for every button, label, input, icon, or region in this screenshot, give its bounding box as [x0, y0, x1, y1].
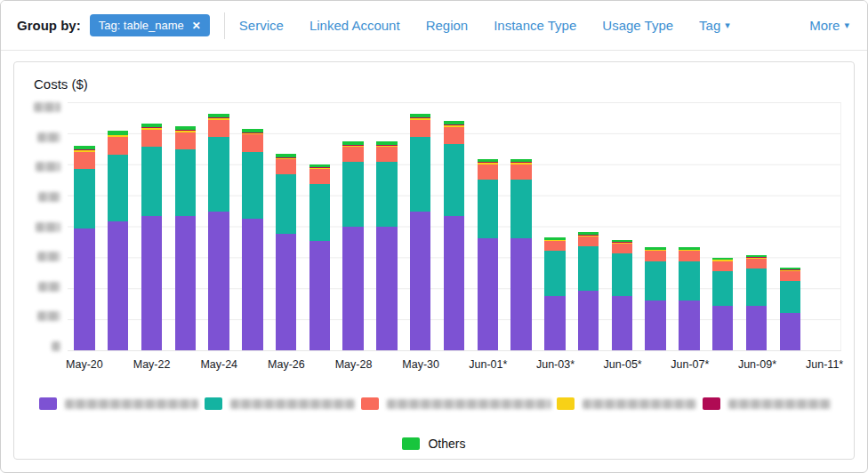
- stacked-bar[interactable]: [612, 102, 632, 350]
- others-label: Others: [428, 437, 465, 451]
- bar-May-29[interactable]: [370, 102, 404, 350]
- group-by-option-service[interactable]: Service: [239, 18, 284, 33]
- bar-May-23[interactable]: [168, 102, 202, 350]
- bar-segment: [410, 137, 430, 212]
- stacked-bar[interactable]: [342, 102, 363, 350]
- stacked-bar[interactable]: [510, 102, 531, 350]
- bar-segment: [679, 251, 699, 261]
- bar-segment: [612, 244, 632, 253]
- bar-segment: [780, 281, 800, 313]
- bar-Jun-03[interactable]: [538, 102, 572, 350]
- bar-Jun-04[interactable]: [572, 102, 606, 350]
- stacked-bar[interactable]: [578, 102, 599, 350]
- stacked-bar[interactable]: [208, 102, 229, 350]
- bar-segment: [510, 164, 531, 180]
- bar-Jun-07[interactable]: [672, 102, 706, 350]
- bar-May-26[interactable]: [269, 102, 303, 350]
- remove-tag-icon[interactable]: ✕: [192, 20, 201, 31]
- bar-Jun-11[interactable]: [807, 102, 840, 350]
- bar-segment: [645, 301, 665, 350]
- stacked-bar[interactable]: [679, 102, 699, 350]
- legend-others[interactable]: Others: [27, 437, 841, 451]
- x-axis-labels: May-20May-22May-24May-26May-28May-30Jun-…: [68, 358, 841, 373]
- stacked-bar[interactable]: [141, 102, 162, 350]
- stacked-bar[interactable]: [712, 102, 733, 350]
- stacked-bar[interactable]: [746, 102, 767, 350]
- bar-May-24[interactable]: [202, 102, 236, 350]
- bar-segment: [342, 147, 363, 162]
- bar-May-30[interactable]: [404, 102, 438, 350]
- bar-Jun-08[interactable]: [706, 102, 740, 350]
- bar-May-31[interactable]: [438, 102, 471, 350]
- chevron-down-icon: ▾: [844, 20, 849, 30]
- stacked-bar[interactable]: [544, 102, 565, 350]
- bar-Jun-01[interactable]: [470, 102, 504, 350]
- option-label: Usage Type: [602, 18, 673, 33]
- group-by-toolbar: Group by: Tag: table_name ✕ Service Link…: [1, 1, 867, 51]
- bar-segment: [578, 291, 599, 350]
- bar-May-22[interactable]: [135, 102, 169, 350]
- bar-segment: [510, 238, 531, 350]
- bar-segment: [478, 164, 498, 180]
- x-tick-slot: May-22: [135, 358, 169, 373]
- group-by-option-tag[interactable]: Tag ▾: [699, 18, 730, 33]
- bar-segment: [74, 152, 94, 170]
- bar-segment: [242, 219, 262, 350]
- bar-segment: [108, 137, 128, 155]
- legend-item-5[interactable]: [703, 397, 831, 410]
- stacked-bar[interactable]: [645, 102, 665, 350]
- stacked-bar[interactable]: [780, 102, 800, 350]
- stacked-bar[interactable]: [478, 102, 498, 350]
- bar-May-20[interactable]: [68, 102, 101, 350]
- legend-swatch: [361, 397, 379, 410]
- y-tick-label-redacted: [38, 192, 60, 202]
- option-label: Region: [426, 18, 469, 33]
- bar-Jun-05[interactable]: [606, 102, 639, 350]
- group-by-option-linked-account[interactable]: Linked Account: [309, 18, 400, 33]
- x-tick-slot: Jun-03*: [539, 358, 573, 373]
- group-by-label: Group by:: [17, 18, 81, 33]
- stacked-bar[interactable]: [444, 102, 464, 350]
- bar-segment: [208, 212, 229, 350]
- legend-swatch: [205, 397, 222, 410]
- legend-item-3[interactable]: [361, 397, 551, 410]
- group-by-option-usage-type[interactable]: Usage Type: [602, 18, 673, 33]
- bar-Jun-02[interactable]: [504, 102, 538, 350]
- active-group-tag-pill[interactable]: Tag: table_name ✕: [90, 14, 210, 36]
- stacked-bar[interactable]: [376, 102, 397, 350]
- stacked-bar[interactable]: [242, 102, 262, 350]
- stacked-bar[interactable]: [108, 102, 128, 350]
- bar-segment: [544, 241, 565, 251]
- stacked-bar[interactable]: [175, 102, 196, 350]
- bar-Jun-06[interactable]: [639, 102, 672, 350]
- legend-item-1[interactable]: [39, 397, 198, 410]
- bar-May-21[interactable]: [101, 102, 135, 350]
- stacked-bar[interactable]: [309, 102, 330, 350]
- bar-segment: [645, 261, 665, 301]
- group-by-option-more[interactable]: More ▾: [809, 18, 849, 33]
- bar-segment: [342, 227, 363, 351]
- stacked-bar[interactable]: [74, 102, 94, 350]
- bar-segment: [444, 127, 464, 145]
- x-tick-label: May-26: [268, 358, 305, 371]
- stacked-bar[interactable]: [276, 102, 296, 350]
- bar-segment: [309, 184, 330, 241]
- x-tick-slot: Jun-07*: [673, 358, 707, 373]
- legend-item-2[interactable]: [205, 397, 355, 410]
- group-by-option-region[interactable]: Region: [426, 18, 469, 33]
- bar-Jun-09[interactable]: [740, 102, 774, 350]
- bar-segment: [309, 169, 330, 184]
- stacked-bar[interactable]: [410, 102, 430, 350]
- stacked-bar[interactable]: [813, 102, 833, 350]
- bar-May-28[interactable]: [336, 102, 370, 350]
- legend-label-redacted: [728, 399, 831, 409]
- x-tick-slot: [774, 358, 808, 373]
- bar-May-25[interactable]: [236, 102, 269, 350]
- legend-item-4[interactable]: [557, 397, 696, 410]
- bar-May-27[interactable]: [302, 102, 336, 350]
- group-by-option-instance-type[interactable]: Instance Type: [494, 18, 576, 33]
- x-tick-label: Jun-09*: [738, 358, 776, 371]
- bar-segment: [780, 313, 800, 350]
- chevron-down-icon: ▾: [725, 20, 730, 30]
- bar-Jun-10[interactable]: [773, 102, 807, 350]
